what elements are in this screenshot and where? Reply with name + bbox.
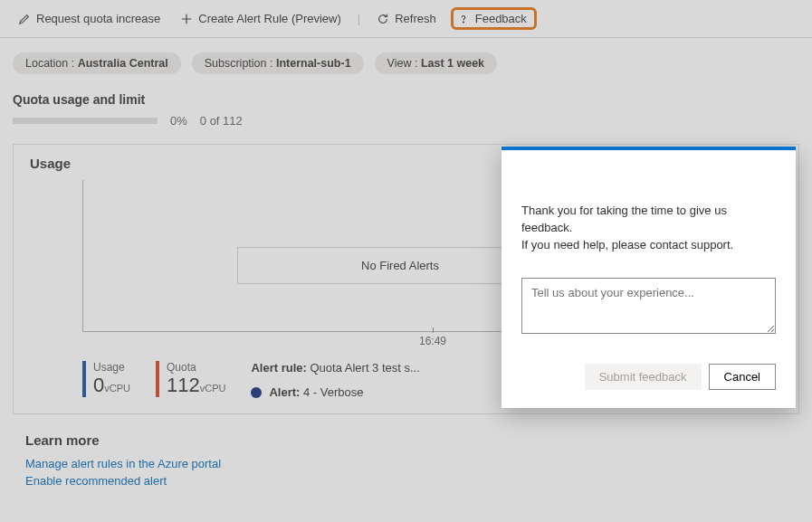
feedback-textarea[interactable] (521, 278, 776, 334)
feedback-panel: Thank you for taking the time to give us… (502, 147, 796, 408)
feedback-actions: Submit feedback Cancel (521, 364, 776, 390)
cancel-button[interactable]: Cancel (709, 364, 776, 390)
submit-feedback-button[interactable]: Submit feedback (585, 364, 702, 390)
feedback-text-line1: Thank you for taking the time to give us… (521, 203, 776, 237)
feedback-text-line2: If you need help, please contact support… (521, 237, 776, 254)
